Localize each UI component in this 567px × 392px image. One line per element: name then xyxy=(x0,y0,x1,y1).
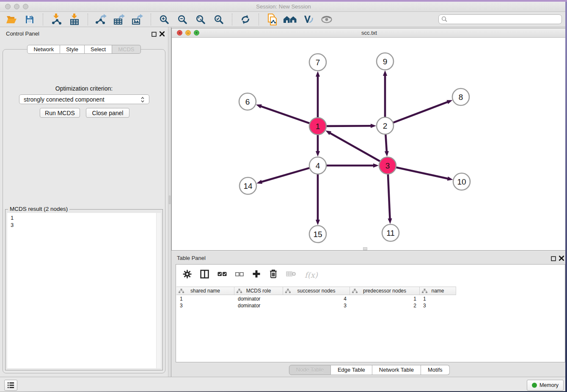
float-icon xyxy=(551,256,556,261)
cell-mcds-role[interactable]: dominator xyxy=(234,295,283,302)
close-table-panel-button[interactable] xyxy=(559,255,564,262)
edge-arrow-4-15 xyxy=(316,220,320,225)
tab-network-table[interactable]: Network Table xyxy=(372,365,421,375)
cell-successor-nodes[interactable]: 3 xyxy=(283,302,350,309)
function-builder-button[interactable]: f(x) xyxy=(305,271,318,279)
open-session-button[interactable] xyxy=(4,13,19,26)
run-mcds-button[interactable]: Run MCDS xyxy=(40,108,80,118)
export-network-button[interactable] xyxy=(94,13,108,26)
edge-arrow-4-3 xyxy=(373,163,379,168)
tab-motifs[interactable]: Motifs xyxy=(421,365,450,375)
canvas-splitter-handle[interactable] xyxy=(363,247,367,250)
search-input[interactable] xyxy=(438,14,562,24)
table-row[interactable]: 3dominator323 xyxy=(176,302,456,309)
task-history-button[interactable] xyxy=(4,380,17,391)
cell-name[interactable]: 1 xyxy=(420,295,456,302)
edge-arrow-2-9 xyxy=(383,70,387,76)
network-graph[interactable]: 7968124314101511 xyxy=(172,38,567,250)
float-table-panel-button[interactable] xyxy=(551,255,556,263)
cell-predecessor-nodes[interactable]: 2 xyxy=(350,302,420,309)
unselect-all-columns-button[interactable] xyxy=(235,271,244,279)
edge-1-6[interactable] xyxy=(260,106,310,124)
node-label-10: 10 xyxy=(457,177,466,186)
show-hide-graphics-button[interactable] xyxy=(319,13,334,26)
mcds-result-textarea[interactable]: 1 3 xyxy=(7,213,161,368)
cell-shared-name[interactable]: 3 xyxy=(176,302,234,309)
edge-arrow-1-4 xyxy=(316,151,320,157)
zoom-out-button[interactable] xyxy=(175,13,190,26)
network-canvas[interactable]: 7968124314101511 xyxy=(172,38,567,250)
edge-2-8[interactable] xyxy=(393,102,448,123)
column-header-predecessor-nodes[interactable]: predecessor nodes xyxy=(350,287,420,295)
refresh-button[interactable] xyxy=(238,13,253,26)
memory-button[interactable]: Memory xyxy=(527,380,564,391)
tab-select[interactable]: Select xyxy=(85,45,112,54)
table-settings-button[interactable] xyxy=(183,270,192,280)
import-network-button[interactable] xyxy=(49,13,63,26)
edge-3-11[interactable] xyxy=(388,174,390,219)
node-table-container: f(x) shared nameMCDS rolesuccessor nodes… xyxy=(176,264,565,362)
cell-successor-nodes[interactable]: 4 xyxy=(283,295,350,302)
zoom-fit-button[interactable] xyxy=(193,13,208,26)
float-panel-button[interactable] xyxy=(151,31,157,39)
cell-mcds-role[interactable]: dominator xyxy=(234,302,283,309)
column-header-mcds-role[interactable]: MCDS role xyxy=(234,287,283,295)
edge-3-10[interactable] xyxy=(396,167,449,179)
plus-icon xyxy=(252,270,261,278)
select-all-columns-button[interactable] xyxy=(217,271,227,279)
column-header-name[interactable]: name xyxy=(420,287,456,295)
tab-node-table[interactable]: Node Table xyxy=(289,365,331,375)
close-mcds-panel-button[interactable]: Close panel xyxy=(86,108,129,118)
edge-3-1[interactable] xyxy=(330,133,380,161)
save-icon xyxy=(25,15,34,24)
table-row[interactable]: 1dominator411 xyxy=(176,295,456,302)
close-panel-button[interactable] xyxy=(160,30,165,38)
column-header-shared-name[interactable]: shared name xyxy=(176,287,234,295)
search-field xyxy=(438,14,562,24)
export-image-button[interactable] xyxy=(130,13,145,26)
edge-arrow-2-3 xyxy=(385,151,389,157)
annotations-button[interactable] xyxy=(301,13,316,26)
splitter-handle[interactable] xyxy=(169,196,171,204)
delete-table-icon xyxy=(286,271,296,277)
delete-table-button[interactable] xyxy=(286,271,296,279)
tab-style[interactable]: Style xyxy=(60,45,85,54)
network-window: × − + scc.txt 7968124314101511 xyxy=(171,28,567,251)
cell-shared-name[interactable]: 1 xyxy=(176,295,234,302)
home-network-button[interactable] xyxy=(283,13,297,26)
import-table-button[interactable] xyxy=(67,13,82,26)
edge-2-3[interactable] xyxy=(385,134,387,152)
edge-arrow-4-14 xyxy=(256,180,262,184)
mcds-result-group: MCDS result (2 nodes) 1 3 xyxy=(5,209,163,370)
show-column-panel-button[interactable] xyxy=(200,270,209,280)
delete-column-button[interactable] xyxy=(269,269,278,280)
vertical-splitter[interactable] xyxy=(168,27,171,377)
cell-name[interactable]: 3 xyxy=(420,302,456,309)
toolbar-separator xyxy=(151,14,151,25)
control-panel-tabs: NetworkStyleSelectMCDS xyxy=(0,45,168,54)
window-title: Session: New Session xyxy=(0,3,567,10)
edge-1-2[interactable] xyxy=(326,126,372,126)
export-table-button[interactable] xyxy=(112,13,127,26)
houses-icon xyxy=(284,15,297,24)
status-bar: Memory xyxy=(0,377,567,392)
result-scrollbar[interactable] xyxy=(156,213,161,368)
cell-predecessor-nodes[interactable]: 1 xyxy=(350,295,420,302)
zoom-selected-button[interactable] xyxy=(212,13,226,26)
criterion-value: strongly connected component xyxy=(24,96,105,103)
memory-label: Memory xyxy=(539,382,559,388)
save-session-button[interactable] xyxy=(22,13,37,26)
criterion-dropdown[interactable]: strongly connected component xyxy=(19,94,149,104)
tab-network[interactable]: Network xyxy=(27,45,60,54)
tab-mcds[interactable]: MCDS xyxy=(112,45,140,54)
tab-edge-table[interactable]: Edge Table xyxy=(331,365,372,375)
zoom-selected-icon xyxy=(214,15,223,24)
clone-network-button[interactable] xyxy=(265,13,279,26)
control-panel-title: Control Panel xyxy=(6,30,39,37)
zoom-in-button[interactable] xyxy=(157,13,171,26)
node-label-7: 7 xyxy=(316,58,320,67)
network-titlebar: × − + scc.txt xyxy=(172,28,567,38)
create-column-button[interactable] xyxy=(252,270,261,280)
column-header-successor-nodes[interactable]: successor nodes xyxy=(283,287,350,295)
edge-4-14[interactable] xyxy=(261,168,310,182)
